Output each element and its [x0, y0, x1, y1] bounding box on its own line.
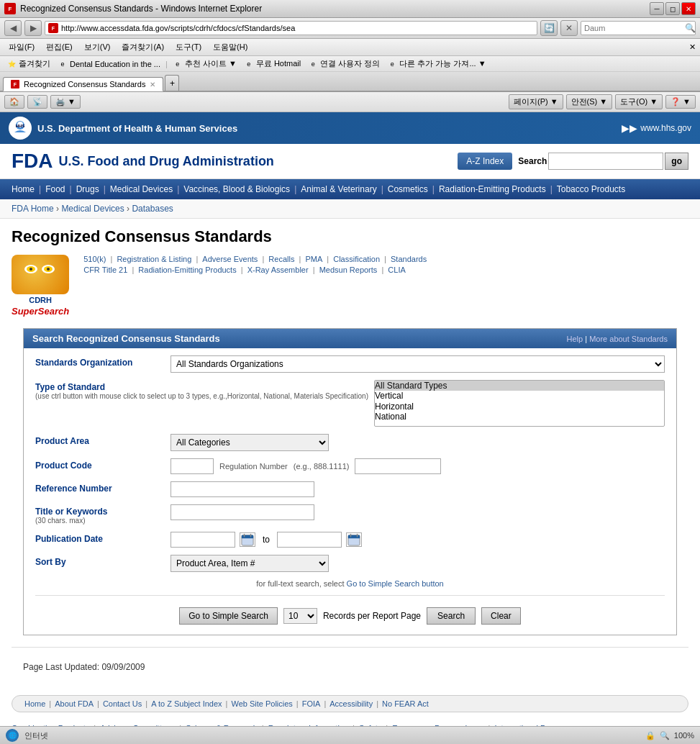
nav-food[interactable]: Food [41, 183, 69, 196]
toolbar-home-btn[interactable]: 🏠 [4, 95, 24, 109]
help-link[interactable]: Help [567, 335, 583, 343]
toolbar-tools-btn[interactable]: 도구(O) ▼ [615, 94, 663, 109]
nav-cosmetics[interactable]: Cosmetics [383, 183, 432, 196]
go-to-simple-search-link[interactable]: Go to Simple Search button [347, 579, 444, 588]
calendar-to-btn[interactable] [346, 532, 362, 547]
stop-btn[interactable]: ✕ [560, 20, 578, 36]
regulation-number-label: Regulation Number [219, 462, 288, 471]
nav-animal[interactable]: Animal & Veterinary [296, 183, 381, 196]
nav-home[interactable]: Home [7, 183, 39, 196]
nav-drugs[interactable]: Drugs [72, 183, 104, 196]
footer-link-policies[interactable]: Web Site Policies [227, 699, 296, 708]
cdrh-link-pma[interactable]: PMA [305, 255, 322, 263]
nav-medical-devices[interactable]: Medical Devices [106, 183, 177, 196]
forward-btn[interactable]: ▶ [24, 20, 42, 36]
calendar-from-btn[interactable] [240, 532, 255, 547]
supersearch-area: CDRH SuperSearch 510(k) | Registration &… [12, 255, 688, 317]
cdrh-link-xray[interactable]: X-Ray Assembler [247, 266, 309, 274]
cdrh-link-classification[interactable]: Classification [333, 255, 380, 263]
regulation-number-input[interactable] [355, 458, 441, 474]
favorites-link-0[interactable]: ⭐ 즐겨찾기 [4, 58, 53, 70]
publication-date-row: Publication Date to [35, 532, 665, 548]
simple-search-button[interactable]: Go to Simple Search [179, 607, 278, 625]
clear-button[interactable]: Clear [481, 607, 521, 625]
records-per-page-select[interactable]: 10 25 50 100 [283, 608, 317, 624]
favorites-link-4[interactable]: e 연결 사용자 정의 [306, 58, 382, 70]
fda-search-input[interactable] [548, 153, 663, 170]
cdrh-link-clia[interactable]: CLIA [388, 266, 405, 274]
cdrh-link-standards[interactable]: Standards [391, 255, 427, 263]
browser-toolbar: ◀ ▶ F 🔄 ✕ 🔍 [0, 18, 700, 39]
footer-link-accessibility[interactable]: Accessibility [326, 699, 376, 708]
close-btn[interactable]: ✕ [681, 2, 696, 15]
type-of-standard-label: Type of Standard (use ctrl button with m… [35, 380, 368, 400]
product-area-select[interactable]: All Categories [171, 434, 329, 451]
menu-view[interactable]: 보기(V) [80, 40, 115, 54]
favorites-link-1[interactable]: e Dental Education in the ... [55, 58, 163, 70]
menu-file[interactable]: 파일(F) [4, 40, 39, 54]
cdrh-link-cfr[interactable]: CFR Title 21 [83, 266, 127, 274]
breadcrumb-medical-devices[interactable]: Medical Devices [61, 204, 124, 214]
favorites-label-0: 즐겨찾기 [19, 58, 50, 69]
nav-radiation[interactable]: Radiation-Emitting Products [435, 183, 550, 196]
breadcrumb-databases[interactable]: Databases [132, 204, 173, 214]
toolbar-safety-btn[interactable]: 안전(S) ▼ [566, 94, 613, 109]
breadcrumb-home[interactable]: FDA Home [12, 204, 54, 214]
nav-vaccines[interactable]: Vaccines, Blood & Biologics [179, 183, 294, 196]
content-divider [12, 647, 688, 648]
footer-link-about[interactable]: About FDA [51, 699, 97, 708]
search-button[interactable]: Search [427, 607, 476, 625]
restore-btn[interactable]: ◻ [665, 2, 680, 15]
standards-org-select[interactable]: All Standards Organizations [171, 355, 665, 373]
footer-link-az[interactable]: A to Z Subject Index [147, 699, 225, 708]
new-tab-btn[interactable]: + [165, 75, 179, 91]
toolbar-print-btn[interactable]: 🖨️ ▼ [50, 95, 81, 109]
cdrh-link-medsun[interactable]: Medsun Reports [319, 266, 378, 274]
tab-close-icon[interactable]: ✕ [150, 81, 155, 89]
fda-logo-text: FDA [12, 150, 53, 173]
cdrh-link-radiation[interactable]: Radiation-Emitting Products [138, 266, 236, 274]
reference-number-input[interactable] [171, 481, 314, 497]
menu-favorites[interactable]: 즐겨찾기(A) [117, 40, 168, 54]
browser-search-input[interactable] [584, 24, 683, 32]
back-btn[interactable]: ◀ [4, 20, 22, 36]
product-code-input[interactable] [171, 458, 214, 474]
title-keywords-input[interactable] [171, 504, 314, 520]
fda-name: U.S. Food and Drug Administration [59, 154, 274, 169]
menu-edit[interactable]: 편집(E) [42, 40, 77, 54]
favorites-link-5[interactable]: e 다른 추가 가능 가져... ▼ [385, 58, 488, 70]
go-button[interactable]: go [665, 153, 688, 170]
toolbar-help-btn[interactable]: ❓ ▼ [665, 95, 696, 109]
menu-tools[interactable]: 도구(T) [171, 40, 206, 54]
footer-link-contact[interactable]: Contact Us [99, 699, 145, 708]
menu-help[interactable]: 도움말(H) [209, 40, 252, 54]
cdrh-link-registration[interactable]: Registration & Listing [117, 255, 191, 263]
toolbar-rss-btn[interactable]: 📡 [27, 95, 47, 109]
date-row: to [171, 532, 665, 548]
zoom-level: 100% [674, 731, 694, 740]
more-about-standards-link[interactable]: More about Standards [589, 335, 668, 343]
date-to-input[interactable] [277, 532, 342, 548]
window-controls[interactable]: ─ ◻ ✕ [650, 2, 696, 15]
date-from-input[interactable] [171, 532, 235, 548]
refresh-btn[interactable]: 🔄 [540, 20, 558, 36]
footer-link-home[interactable]: Home [21, 699, 49, 708]
footer-link-foia[interactable]: FOIA [299, 699, 324, 708]
active-tab[interactable]: F Recognized Consensus Standards ✕ [3, 77, 163, 91]
cdrh-link-adverse[interactable]: Adverse Events [202, 255, 258, 263]
cdrh-link-510k[interactable]: 510(k) [83, 255, 106, 263]
hhs-logo: HHS U.S. Department of Health & Human Se… [9, 117, 237, 140]
footer-link-nofear[interactable]: No FEAR Act [378, 699, 432, 708]
fda-header: FDA U.S. Food and Drug Administration A-… [0, 144, 700, 179]
sort-by-select[interactable]: Product Area, Item # Reference Number Ti… [171, 555, 329, 572]
nav-tobacco[interactable]: Tobacco Products [553, 183, 629, 196]
favorites-link-3[interactable]: e 무료 Hotmail [242, 58, 303, 70]
type-of-standard-select[interactable]: All Standard Types Vertical Horizontal N… [374, 380, 665, 427]
toolbar-page-btn[interactable]: 페이지(P) ▼ [509, 94, 563, 109]
address-input[interactable] [61, 24, 534, 32]
minimize-btn[interactable]: ─ [650, 2, 664, 15]
cdrh-link-recalls[interactable]: Recalls [268, 255, 294, 263]
search-icon[interactable]: 🔍 [685, 23, 696, 33]
az-index-button[interactable]: A-Z Index [458, 153, 512, 170]
favorites-link-2[interactable]: e 추천 사이트 ▼ [171, 58, 239, 70]
